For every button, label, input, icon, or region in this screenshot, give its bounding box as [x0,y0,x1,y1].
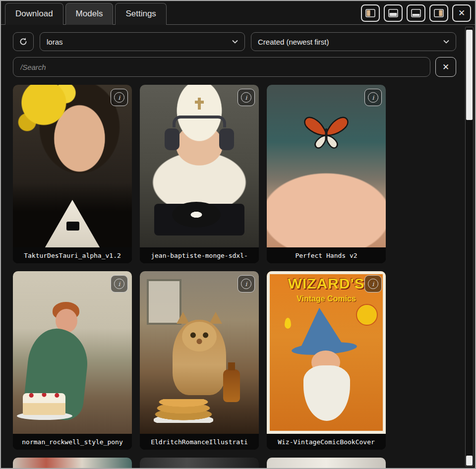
info-button[interactable]: i [238,275,255,293]
model-card[interactable] [13,458,132,468]
dock-left-icon [365,9,375,17]
model-name: TakturDesTauri_alpha_v1.2 [13,247,132,263]
dock-right-icon [434,9,444,17]
model-name: Wiz-VintageComicBookCover [267,434,386,450]
model-card[interactable]: i Perfect Hands v2 [267,85,386,263]
model-thumbnail[interactable]: i [140,271,259,434]
model-grid: i TakturDesTauri_alpha_v1.2 i [13,85,467,468]
model-thumbnail[interactable]: i [140,85,259,247]
cat-ear-graphic [177,312,189,324]
pancakes-graphic [154,399,213,423]
tab-models[interactable]: Models [65,3,114,25]
comic-subtitle-text: Vintage Comics [267,294,386,303]
model-type-select[interactable]: loras [40,32,245,51]
model-card[interactable]: i jean-baptiste-monge-sdxl- [140,85,259,263]
tab-bar: Download Models Settings [1,1,475,25]
model-browser-window: Download Models Settings [0,0,476,469]
cat-face-graphic [182,322,217,352]
model-card[interactable] [140,458,259,468]
model-thumbnail[interactable]: i [267,85,386,247]
close-button[interactable]: ✕ [452,4,471,22]
model-thumbnail[interactable]: i [13,271,132,434]
dock-left-button[interactable] [361,4,380,22]
info-icon: i [241,279,251,289]
scrollbar[interactable] [465,27,474,467]
model-name: jean-baptiste-monge-sdxl- [140,247,259,263]
bow-graphic [66,222,79,231]
scrollbar-thumb-bottom[interactable] [466,456,473,466]
headphones-graphic [219,128,234,150]
model-thumbnail[interactable]: WIZARD'S Vintage Comics i [267,271,386,434]
info-button[interactable]: i [238,89,255,106]
butterfly-graphic [300,111,352,152]
info-button[interactable]: i [364,275,382,293]
chevron-down-icon [232,40,238,44]
model-name: Perfect Hands v2 [267,247,386,263]
model-thumbnail[interactable] [140,458,259,468]
dock-right-button[interactable] [429,4,448,22]
headphones-graphic [173,116,226,127]
clear-icon: ✕ [442,62,449,72]
syrup-bottle-graphic [223,369,240,402]
dock-bottom-icon [388,9,398,17]
model-card[interactable] [267,458,386,468]
model-card[interactable]: i TakturDesTauri_alpha_v1.2 [13,85,132,263]
cross-graphic [198,98,201,110]
wizard-hat-graphic [297,306,342,348]
models-panel: loras Created (newest first) ✕ [1,25,475,468]
info-icon: i [368,279,378,289]
search-row: ✕ [13,57,456,77]
cake-graphic [23,393,65,415]
info-icon: i [114,92,124,103]
comic-badge-graphic [356,304,378,326]
model-card[interactable]: WIZARD'S Vintage Comics i Wiz-VintageCom… [267,271,386,450]
clear-search-button[interactable]: ✕ [435,57,456,77]
refresh-button[interactable] [13,32,34,51]
info-icon: i [368,92,378,103]
tab-settings[interactable]: Settings [115,3,166,25]
info-icon: i [114,279,124,289]
dock-bottom-bar-icon [411,9,421,17]
dock-bottom-button[interactable] [384,4,403,22]
refresh-icon [18,37,28,47]
dock-bottom-bar-button[interactable] [407,4,425,22]
model-card[interactable]: i EldritchRomanceIllustrati [140,271,259,450]
cross-graphic [195,101,204,104]
scrollbar-thumb[interactable] [466,30,473,120]
model-card[interactable]: i norman_rockwell_style_pony [13,271,132,450]
model-name: norman_rockwell_style_pony [13,434,132,450]
info-button[interactable]: i [111,89,128,106]
tab-download[interactable]: Download [5,3,63,25]
model-type-value: loras [47,38,63,46]
model-thumbnail[interactable] [13,458,132,468]
model-thumbnail[interactable]: i [13,85,132,247]
info-button[interactable]: i [364,89,382,106]
toolbar: loras Created (newest first) [13,32,456,51]
close-icon: ✕ [458,9,465,17]
model-thumbnail[interactable] [267,458,386,468]
headphones-graphic [165,128,179,150]
sort-select[interactable]: Created (newest first) [251,32,456,51]
vinyl-record-graphic [172,202,221,228]
cat-ear-graphic [209,312,222,324]
info-button[interactable]: i [111,275,128,293]
sort-value: Created (newest first) [258,38,329,46]
model-name: EldritchRomanceIllustrati [140,434,259,450]
chevron-down-icon [443,40,449,44]
search-input[interactable] [13,57,430,77]
info-icon: i [241,92,251,103]
window-controls: ✕ [361,4,471,22]
match-flame-graphic [285,318,291,329]
